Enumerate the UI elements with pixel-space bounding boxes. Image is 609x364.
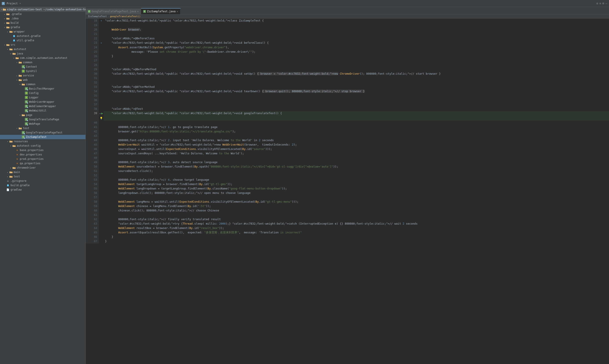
tree-item-basictestmanager[interactable]: CGBasicTestManager <box>0 87 85 91</box>
tree-item-com-folder[interactable]: ▾com.simple.automation.autotest <box>0 56 85 60</box>
code-cell-57[interactable] <box>104 195 609 200</box>
tree-item-resources-folder[interactable]: ▾resources <box>0 139 85 143</box>
code-cell-37[interactable] <box>104 102 609 107</box>
tree-item-autotest-config-folder[interactable]: ▾autotest-config <box>0 143 85 148</box>
tree-item-webdriverwrapper[interactable]: CGWebDriverWrapper <box>0 100 85 104</box>
code-cell-53[interactable]: 808080;font-style:italic;">// 4. choose … <box>104 178 609 182</box>
code-cell-24[interactable]: Assert.assertNotNull(System.getProperty(… <box>104 45 609 50</box>
tree-item-webwaitutil[interactable]: CGWebWaitUtil <box>0 108 85 113</box>
code-cell-20[interactable]: WebDriver browser; <box>104 27 609 32</box>
tree-item-sysutil-file[interactable]: GSysUtil <box>0 69 85 73</box>
tree-item-qa-properties[interactable]: ≡qa.properties <box>0 161 85 166</box>
code-cell-50[interactable]: WebElement sourceDetect = browser.findEl… <box>104 164 609 169</box>
tree-item-prod-properties[interactable]: ≡prod.properties <box>0 157 85 161</box>
tab-close-2[interactable]: ✕ <box>177 10 178 13</box>
tree-item-zzzsampletest-file[interactable]: CGZzzSampleTest <box>0 135 85 139</box>
code-cell-56[interactable]: langDropdown.click(); 808080;font-style:… <box>104 191 609 195</box>
code-cell-41[interactable]: 808080;font-style:italic;">// 1. go to g… <box>104 125 609 129</box>
code-cell-27[interactable] <box>104 58 609 63</box>
tree-item-java-folder[interactable]: ▾java <box>0 51 85 56</box>
tree-item-test-folder[interactable]: ▾test <box>0 126 85 130</box>
tree-item-gradle-folder[interactable]: ▸.gradle <box>0 12 85 16</box>
tab-googletranslate[interactable]: C GoogleTranslatePageTest.java ✕ <box>86 9 141 14</box>
code-cell-40[interactable] <box>104 120 609 125</box>
code-cell-31[interactable] <box>104 76 609 80</box>
code-cell-26[interactable]: } <box>104 54 609 58</box>
code-cell-23[interactable]: "color:#cc7832;font-weight:bold;">public… <box>104 41 609 45</box>
code-cell-35[interactable] <box>104 93 609 98</box>
top-bar-dropdown[interactable]: ▾ <box>20 2 21 5</box>
tree-item-web-folder[interactable]: ▾web <box>0 78 85 82</box>
tree-item-dev-properties[interactable]: ≡dev.properties <box>0 152 85 157</box>
code-cell-36[interactable] <box>104 98 609 102</box>
code-cell-62[interactable]: 808080;font-style:italic;">// finally ve… <box>104 217 609 221</box>
code-cell-52[interactable] <box>104 173 609 178</box>
code-cell-44[interactable]: 808080;font-style:italic;">// 2. input t… <box>104 138 609 143</box>
code-cell-19[interactable] <box>104 23 609 27</box>
code-cell-30[interactable]: "color:#cc7832;font-weight:bold;">public… <box>104 72 609 76</box>
sidebar-root[interactable]: ▾ simple-automation-test ~/code/simple-a… <box>0 7 85 12</box>
code-cell-49[interactable]: 808080;font-style:italic;">// 3. auto de… <box>104 160 609 164</box>
tab-zzzsample[interactable]: C ZzzSampleTest.java ✕ <box>141 8 181 14</box>
fold-icon-23[interactable]: ▾ <box>101 42 102 44</box>
gutter-dec-18[interactable]: ▾ <box>99 18 104 23</box>
gutter-dec-23[interactable]: ▾ <box>99 41 104 45</box>
code-cell-29[interactable]: "color:#bbb;">@BeforeMethod <box>104 67 609 72</box>
tree-item-page-folder[interactable]: ▾page <box>0 113 85 117</box>
code-cell-60[interactable]: chinese.click(); 808080;font-style:itali… <box>104 208 609 213</box>
tree-item-common-folder2[interactable]: ▾common <box>0 82 85 87</box>
code-cell-46[interactable]: sourceInput = waitUtil.until(ExpectedCon… <box>104 147 609 151</box>
fold-icon-18[interactable]: ▾ <box>101 20 102 22</box>
code-cell-65[interactable]: Assert.assertEquals(resultBox.getText(),… <box>104 230 609 235</box>
code-cell-33[interactable]: "color:#bbb;">@AfterMethod <box>104 85 609 89</box>
toolbar-btn-2[interactable]: ≡ <box>600 2 601 5</box>
tree-item-autotest-folder[interactable]: ▾autotest <box>0 47 85 51</box>
toolbar-btn-1[interactable]: ⚙ <box>596 2 598 5</box>
code-cell-18[interactable]: "color:#cc7832;font-weight:bold;">public… <box>104 18 609 23</box>
tree-item-autotest-gradle[interactable]: Gautotest.gradle <box>0 34 85 38</box>
code-cell-34[interactable]: "color:#cc7832;font-weight:bold;">public… <box>104 89 609 93</box>
toolbar-btn-4[interactable]: — <box>606 2 607 5</box>
code-cell-28[interactable] <box>104 63 609 67</box>
tree-item-googletranslatetest-file[interactable]: CGGoogleTranslatePageTest <box>0 130 85 135</box>
fold-icon-39[interactable]: ▾ <box>99 112 101 115</box>
code-cell-64[interactable]: WebElement resultBox = browser.findEleme… <box>104 226 609 230</box>
code-cell-47[interactable]: sourceInput.sendKeys( ...keysToSend: "He… <box>104 151 609 156</box>
tree-item-config-file[interactable]: GConfig <box>0 91 85 95</box>
code-cell-67[interactable]: } <box>104 239 609 244</box>
breadcrumb-method[interactable]: googleTranslateTest() <box>110 15 141 18</box>
code-cell-59[interactable]: WebElement chinese = langMenu.findElemen… <box>104 204 609 208</box>
code-cell-42[interactable]: browser.get("https:808080;font-style:ita… <box>104 129 609 134</box>
code-cell-39[interactable]: "color:#cc7832;font-weight:bold;">public… <box>104 111 609 120</box>
code-cell-43[interactable] <box>104 134 609 138</box>
tree-item-gitignore[interactable]: ◇.gitignore <box>0 179 85 183</box>
tree-item-googletranslatepage[interactable]: CGGoogleTranslatePage <box>0 117 85 122</box>
tree-item-gradle-folder2[interactable]: ▾gradle <box>0 25 85 29</box>
code-cell-32[interactable] <box>104 80 609 85</box>
breadcrumb-class[interactable]: ZzzSampleTest <box>88 15 107 18</box>
code-cell-58[interactable]: WebElement langMenu = waitUtil.until(Exp… <box>104 200 609 204</box>
tree-item-util-gradle[interactable]: Gutil.gradle <box>0 38 85 43</box>
tree-item-test-folder2[interactable]: ▸test <box>0 174 85 179</box>
code-cell-55[interactable]: WebElement langDropdown = targetLangGrou… <box>104 186 609 191</box>
code-cell-51[interactable]: sourceDetect.click(); <box>104 169 609 173</box>
tree-item-build-gradle[interactable]: Gbuild.gradle <box>0 183 85 187</box>
tree-item-webpage-file[interactable]: CGWebPage <box>0 122 85 126</box>
tree-item-build-folder[interactable]: ▸build <box>0 21 85 25</box>
gutter-dec-39[interactable]: ▾▶💡 <box>99 111 104 120</box>
code-cell-25[interactable]: message: "Please set chrome driver path … <box>104 50 609 54</box>
code-cell-54[interactable]: WebElement targetLangGroup = browser.fin… <box>104 182 609 186</box>
bulb-icon-39[interactable]: 💡 <box>100 117 103 120</box>
code-cell-38[interactable]: "color:#bbb;">@Test <box>104 107 609 111</box>
tree-item-main-folder[interactable]: ▸main <box>0 170 85 174</box>
code-cell-61[interactable] <box>104 213 609 217</box>
tree-item-context-file[interactable]: CGContext <box>0 65 85 69</box>
tree-item-chromedriver-folder[interactable]: ▸chromedriver <box>0 166 85 170</box>
tree-item-webelementwrapper[interactable]: CGWebElementWrapper <box>0 104 85 108</box>
code-cell-45[interactable]: WebDriverWait waitUtil = "color:#cc7832;… <box>104 143 609 147</box>
tree-item-wrapper-folder[interactable]: ▸wrapper <box>0 29 85 34</box>
tab-close-1[interactable]: ✕ <box>137 10 139 13</box>
code-cell-22[interactable]: "color:#bbb;">@BeforeClass <box>104 36 609 41</box>
tree-item-idea-folder[interactable]: ▸.idea <box>0 16 85 21</box>
code-cell-48[interactable] <box>104 156 609 160</box>
